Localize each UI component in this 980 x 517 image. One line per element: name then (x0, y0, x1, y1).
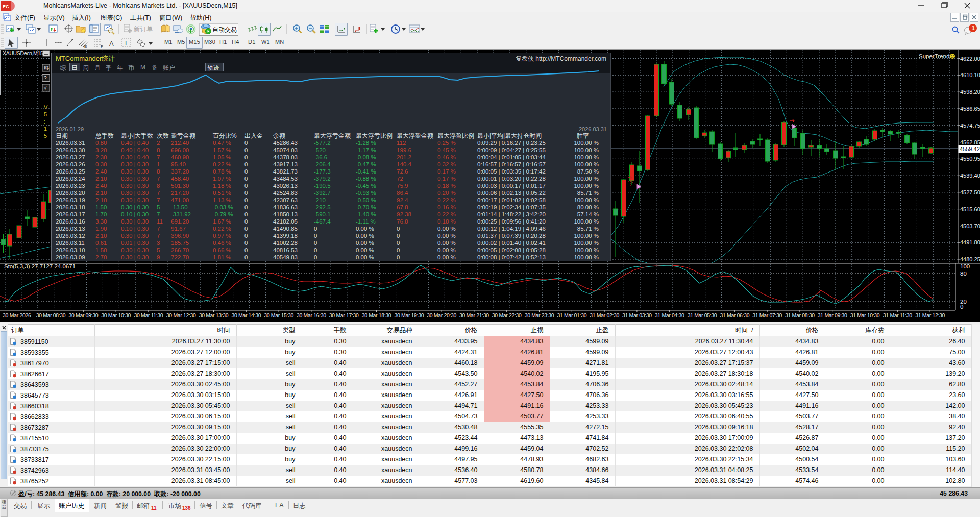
svg-text:30 Mar 2026: 30 Mar 2026 (3, 312, 31, 318)
svg-text:4598.20: 4598.20 (960, 89, 980, 95)
svg-text:31 Mar 07:30: 31 Mar 07:30 (752, 312, 782, 318)
svg-text:31 Mar 09:30: 31 Mar 09:30 (818, 312, 847, 318)
svg-text:F: F (101, 44, 103, 48)
svg-text:E: E (84, 44, 87, 48)
svg-text:?: ? (44, 76, 47, 81)
svg-text:30 Mar 09:30: 30 Mar 09:30 (68, 312, 98, 318)
svg-text:31 Mar 04:30: 31 Mar 04:30 (655, 312, 684, 318)
svg-text:30 Mar 11:30: 30 Mar 11:30 (134, 312, 163, 318)
svg-text:30 Mar 20:30: 30 Mar 20:30 (427, 312, 456, 318)
svg-text:4539.40: 4539.40 (960, 173, 980, 179)
svg-text:30 Mar 10:30: 30 Mar 10:30 (101, 312, 131, 318)
svg-text:4491.80: 4491.80 (960, 239, 980, 245)
svg-text:4586.65: 4586.65 (960, 106, 980, 112)
svg-text:4562.85: 4562.85 (960, 139, 980, 145)
svg-text:31 Mar 01:30: 31 Mar 01:30 (557, 312, 586, 318)
svg-text:4622.00: 4622.00 (960, 56, 980, 62)
svg-text:31 Mar 11:30: 31 Mar 11:30 (883, 312, 912, 318)
svg-text:100: 100 (960, 263, 970, 269)
svg-text:30 Mar 08:30: 30 Mar 08:30 (36, 312, 66, 318)
svg-text:0: 0 (960, 304, 963, 310)
svg-text:XAUUSDecn,M15: XAUUSDecn,M15 (3, 50, 43, 56)
svg-text:4574.75: 4574.75 (960, 122, 980, 129)
svg-text:30 Mar 23:30: 30 Mar 23:30 (525, 312, 554, 318)
svg-text:1: 1 (972, 25, 975, 31)
svg-text:4527.50: 4527.50 (960, 189, 980, 195)
svg-text:30 Mar 13:30: 30 Mar 13:30 (199, 312, 229, 318)
svg-text:31 Mar 06:30: 31 Mar 06:30 (720, 312, 749, 318)
svg-text:4515.60: 4515.60 (960, 206, 980, 212)
svg-text:1: 1 (44, 126, 47, 132)
svg-text:V: V (44, 104, 48, 110)
svg-text:移: 移 (44, 65, 49, 71)
svg-text:4550.95: 4550.95 (960, 156, 980, 162)
svg-text:T: T (124, 40, 128, 47)
svg-text:30 Mar 14:30: 30 Mar 14:30 (231, 312, 261, 318)
svg-text:31 Mar 03:30: 31 Mar 03:30 (622, 312, 652, 318)
svg-text:EC: EC (3, 4, 9, 9)
svg-text:Sto(5,3,3) 27.7127 24.0671: Sto(5,3,3) 27.7127 24.0671 (4, 263, 76, 269)
svg-text:4503.70: 4503.70 (960, 223, 980, 229)
svg-text:31 Mar 05:30: 31 Mar 05:30 (688, 312, 717, 318)
svg-text::: : (44, 118, 45, 125)
svg-text:4480.25: 4480.25 (960, 256, 980, 262)
svg-text:31 Mar 02:30: 31 Mar 02:30 (590, 312, 619, 318)
svg-text:30 Mar 21:30: 30 Mar 21:30 (459, 312, 489, 318)
svg-text:30 Mar 15:30: 30 Mar 15:30 (264, 312, 293, 318)
svg-text:4610.10: 4610.10 (960, 72, 980, 78)
svg-text:√: √ (44, 85, 47, 91)
svg-text:30 Mar 19:30: 30 Mar 19:30 (394, 312, 424, 318)
svg-text:30 Mar 12:30: 30 Mar 12:30 (166, 312, 196, 318)
svg-text:30 Mar 16:30: 30 Mar 16:30 (297, 312, 326, 318)
svg-text:31 Mar 08:30: 31 Mar 08:30 (785, 312, 815, 318)
svg-text:SuperTrend: SuperTrend (919, 53, 949, 59)
svg-text:31 Mar 12:30: 31 Mar 12:30 (915, 312, 945, 318)
svg-text:80: 80 (960, 270, 967, 277)
svg-text:30 Mar 18:30: 30 Mar 18:30 (362, 312, 391, 318)
svg-text:5: 5 (44, 133, 47, 139)
svg-text:4559.42: 4559.42 (960, 146, 980, 152)
svg-text:31 Mar 10:30: 31 Mar 10:30 (850, 312, 880, 318)
svg-text:5: 5 (44, 111, 47, 117)
svg-text:30 Mar 17:30: 30 Mar 17:30 (329, 312, 359, 318)
svg-text:30 Mar 22:30: 30 Mar 22:30 (492, 312, 522, 318)
